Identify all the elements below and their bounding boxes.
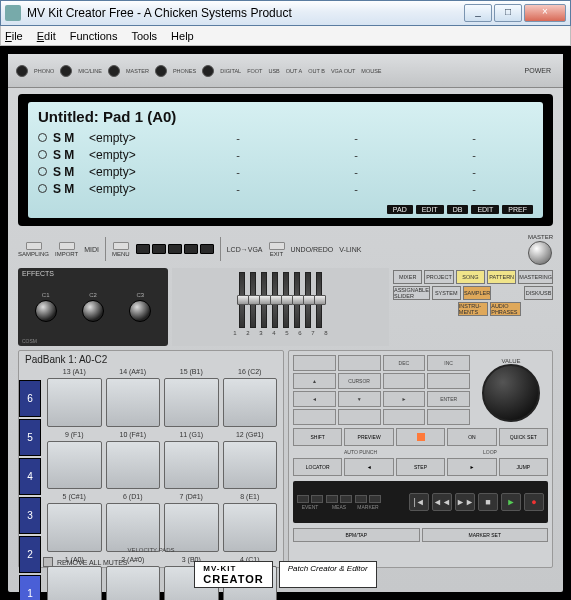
lcd-row[interactable]: S M <empty> --- [38,180,533,197]
enter-button[interactable]: ENTER [427,391,470,407]
f4-button[interactable] [184,244,198,254]
transport-rec[interactable]: ● [524,493,544,511]
markerset-button[interactable]: MARKER SET [422,528,549,542]
f1-button[interactable] [136,244,150,254]
mute-label[interactable]: M [64,148,74,162]
row-radio-icon[interactable] [38,133,47,142]
quickset-button[interactable]: QUICK SET [499,428,548,446]
fader-7[interactable] [305,272,311,328]
lcd-tab-pad[interactable]: PAD [387,205,413,214]
autopunch-button[interactable] [396,428,445,446]
shift-button[interactable]: SHIFT [293,428,342,446]
dec-button[interactable]: DEC [383,355,426,371]
row-radio-icon[interactable] [38,150,47,159]
event-ff[interactable] [311,495,323,503]
f3-button[interactable] [168,244,182,254]
lcd-row[interactable]: S M <empty> --- [38,163,533,180]
marker-ff[interactable] [369,495,381,503]
import-button[interactable] [59,242,75,250]
marker-rew[interactable] [355,495,367,503]
menu-button[interactable] [113,242,129,250]
btn-blank[interactable] [338,355,381,371]
mute-label[interactable]: M [64,131,74,145]
instruments-button[interactable]: INSTRU-MENTS [458,302,488,316]
row-radio-icon[interactable] [38,167,47,176]
event-rew[interactable] [297,495,309,503]
pad-9[interactable] [47,441,102,490]
pad-12[interactable] [223,441,278,490]
fader-1[interactable] [239,272,245,328]
pad-7[interactable] [164,503,219,552]
fx-knob-c1[interactable] [35,300,57,322]
cursor-up[interactable]: ▲ [293,373,336,389]
transport-play[interactable]: ► [501,493,521,511]
fx-knob-c2[interactable] [82,300,104,322]
fx-knob-c3[interactable] [129,300,151,322]
bank-3[interactable]: 3 [19,497,41,534]
preview-button[interactable]: PREVIEW [344,428,393,446]
sampler-button[interactable]: SAMPLER [463,286,492,300]
pad-11[interactable] [164,441,219,490]
fader-2[interactable] [250,272,256,328]
menu-tools[interactable]: Tools [131,30,157,42]
step-rew[interactable]: ◄ [344,458,393,476]
system-button[interactable]: SYSTEM [432,286,461,300]
mute-label[interactable]: M [64,182,74,196]
lcd-row[interactable]: S M <empty> --- [38,129,533,146]
menu-file[interactable]: File [5,30,23,42]
cursor-left[interactable]: ◄ [293,391,336,407]
bank-6[interactable]: 6 [19,380,41,417]
exit-button[interactable] [269,242,285,250]
mastering-button[interactable]: MASTERING [518,270,553,284]
master-knob[interactable] [528,241,552,265]
jog-wheel[interactable] [482,364,540,422]
close-button[interactable]: × [524,4,566,22]
btn-blank[interactable] [427,373,470,389]
assignable-slider-button[interactable]: ASSIGNABLE SLIDER [393,286,430,300]
inc-button[interactable]: INC [427,355,470,371]
transport-top[interactable]: |◄ [409,493,429,511]
loop-on-button[interactable]: ON [447,428,496,446]
transport-stop[interactable]: ■ [478,493,498,511]
lcd-row[interactable]: S M <empty> --- [38,146,533,163]
fader-3[interactable] [261,272,267,328]
btn-blank[interactable] [338,409,381,425]
minimize-button[interactable]: _ [464,4,492,22]
meas-ff[interactable] [340,495,352,503]
f2-button[interactable] [152,244,166,254]
fader-6[interactable] [294,272,300,328]
pad-5[interactable] [47,503,102,552]
song-button[interactable]: SONG [456,270,485,284]
btn-blank[interactable] [383,409,426,425]
btn-blank[interactable] [293,409,336,425]
btn-blank[interactable] [293,355,336,371]
bank-5[interactable]: 5 [19,419,41,456]
mute-label[interactable]: M [64,165,74,179]
meas-rew[interactable] [326,495,338,503]
menu-edit[interactable]: Edit [37,30,56,42]
sampling-button[interactable] [26,242,42,250]
lcd-tab-edit[interactable]: EDIT [416,205,444,214]
cursor-right[interactable]: ► [383,391,426,407]
cursor-down[interactable]: ▼ [338,391,381,407]
pad-6[interactable] [106,503,161,552]
solo-label[interactable]: S [53,182,61,196]
lcd-tab-pref[interactable]: PREF [502,205,533,214]
maximize-button[interactable]: □ [494,4,522,22]
diskusb-button[interactable]: DISK/USB [524,286,553,300]
lcd-tab-edit2[interactable]: EDIT [471,205,499,214]
f5-button[interactable] [200,244,214,254]
pad-8[interactable] [223,503,278,552]
solo-label[interactable]: S [53,165,61,179]
bank-4[interactable]: 4 [19,458,41,495]
lcd-tab-db[interactable]: DB [447,205,469,214]
pad-15[interactable] [164,378,219,427]
fader-4[interactable] [272,272,278,328]
pad-14[interactable] [106,378,161,427]
pad-16[interactable] [223,378,278,427]
btn-blank[interactable] [427,409,470,425]
pad-13[interactable] [47,378,102,427]
project-button[interactable]: PROJECT [424,270,453,284]
bpmtap-button[interactable]: BPM/TAP [293,528,420,542]
fader-8[interactable] [316,272,322,328]
